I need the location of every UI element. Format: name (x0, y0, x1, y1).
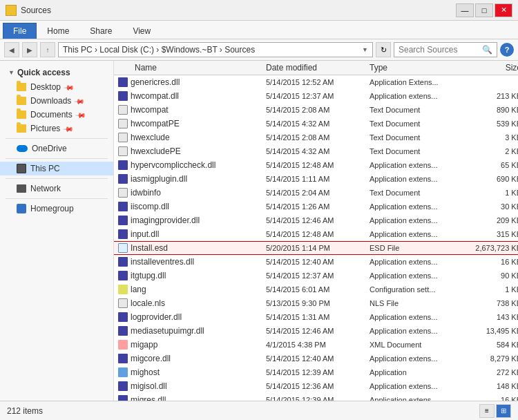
file-name-text: migres.dll (131, 395, 166, 401)
file-name-text: migcore.dll (131, 354, 171, 363)
table-row[interactable]: genericres.dll 5/14/2015 12:52 AM Applic… (114, 75, 518, 89)
file-type-cell: Application extens... (370, 175, 473, 183)
forward-button[interactable]: ▶ (22, 42, 37, 57)
col-header-date[interactable]: Date modified (266, 63, 370, 73)
sidebar-item-label: Desktop (30, 82, 61, 92)
sidebar-section-quick-access[interactable]: ▼ Quick access (0, 65, 113, 80)
file-name-cell: hwcompat.dll (114, 91, 266, 101)
tab-file[interactable]: File (3, 23, 37, 39)
col-header-name[interactable]: Name (114, 63, 266, 73)
table-row[interactable]: mighost 5/14/2015 12:39 AM Application 2… (114, 365, 518, 379)
file-icon (118, 395, 128, 401)
file-date-cell: 5/14/2015 2:04 AM (266, 189, 370, 197)
table-row[interactable]: hwcompat 5/14/2015 2:08 AM Text Document… (114, 103, 518, 117)
sidebar-item-homegroup[interactable]: Homegroup (0, 202, 113, 216)
file-size-cell: 90 KB (473, 271, 518, 280)
search-input[interactable] (399, 45, 482, 55)
file-type-cell: XML Document (370, 341, 473, 349)
col-header-type[interactable]: Type (370, 63, 473, 73)
table-row[interactable]: hwexcludePE 5/14/2015 4:32 AM Text Docum… (114, 144, 518, 158)
table-row[interactable]: hwexclude 5/14/2015 2:08 AM Text Documen… (114, 131, 518, 144)
file-icon (118, 312, 128, 322)
file-type-cell: Application extens... (370, 216, 473, 225)
pin-icon: 📌 (63, 123, 74, 134)
sidebar-item-downloads[interactable]: Downloads 📌 (0, 94, 113, 108)
folder-icon (17, 124, 26, 133)
file-type-cell: Application extens... (370, 382, 473, 390)
table-row[interactable]: migcore.dll 5/14/2015 12:40 AM Applicati… (114, 352, 518, 365)
sidebar-item-documents[interactable]: Documents 📌 (0, 108, 113, 122)
folder-icon (17, 111, 26, 119)
search-icon: 🔍 (482, 45, 492, 55)
table-row[interactable]: logprovider.dll 5/14/2015 1:31 AM Applic… (114, 310, 518, 324)
file-size-cell: 65 KB (473, 161, 518, 169)
table-row[interactable]: Install.esd 5/20/2015 1:14 PM ESD File 2… (114, 241, 518, 255)
file-name-cell: migisol.dll (114, 381, 266, 391)
sidebar-item-onedrive[interactable]: OneDrive (0, 142, 113, 155)
refresh-button[interactable]: ↻ (376, 42, 391, 57)
file-name-cell: genericres.dll (114, 77, 266, 87)
sidebar-item-pictures[interactable]: Pictures 📌 (0, 122, 113, 135)
table-row[interactable]: itgtupg.dll 5/14/2015 12:37 AM Applicati… (114, 269, 518, 283)
grid-view-button[interactable]: ⊞ (496, 404, 511, 418)
file-date-cell: 5/14/2015 12:48 AM (266, 230, 370, 238)
table-row[interactable]: hypervcompliccheck.dll 5/14/2015 12:48 A… (114, 158, 518, 172)
window-title: Sources (21, 6, 51, 15)
minimize-button[interactable]: — (456, 3, 474, 17)
file-icon (118, 243, 128, 253)
tab-view[interactable]: View (122, 23, 161, 39)
file-size-cell: 16 KB (473, 258, 518, 266)
table-row[interactable]: input.dll 5/14/2015 12:48 AM Application… (114, 227, 518, 241)
file-size-cell: 1 KB (473, 189, 518, 197)
quick-access-chevron: ▼ (8, 69, 15, 76)
file-type-cell: ESD File (370, 244, 473, 252)
table-row[interactable]: migapp 4/1/2015 4:38 PM XML Document 584… (114, 338, 518, 352)
file-name-text: itgtupg.dll (131, 271, 166, 280)
up-button[interactable]: ↑ (40, 42, 55, 57)
address-path[interactable]: This PC › Local Disk (C:) › $Windows.~BT… (58, 42, 373, 57)
table-row[interactable]: hwcompat.dll 5/14/2015 12:37 AM Applicat… (114, 89, 518, 103)
maximize-button[interactable]: □ (475, 3, 493, 17)
title-controls: — □ ✕ (456, 3, 512, 17)
address-dropdown-icon[interactable]: ▼ (362, 46, 368, 53)
file-date-cell: 5/14/2015 12:37 AM (266, 92, 370, 100)
back-button[interactable]: ◀ (4, 42, 19, 57)
tab-share[interactable]: Share (79, 23, 122, 39)
table-row[interactable]: lang 5/14/2015 6:01 AM Configuration set… (114, 283, 518, 296)
sidebar-item-label: Homegroup (30, 204, 74, 213)
file-name-cell: migres.dll (114, 395, 266, 401)
table-row[interactable]: mediasetupuimgr.dll 5/14/2015 12:46 AM A… (114, 324, 518, 338)
item-count: 212 items (7, 406, 43, 416)
file-name-text: locale.nls (131, 298, 165, 308)
sidebar-item-thispc[interactable]: This PC (0, 162, 113, 175)
table-row[interactable]: iasmigplugin.dll 5/14/2015 1:11 AM Appli… (114, 172, 518, 186)
file-name-text: genericres.dll (131, 77, 180, 87)
sidebar-item-network[interactable]: Network (0, 182, 113, 195)
file-name-text: iasmigplugin.dll (131, 174, 187, 184)
table-row[interactable]: idwbinfo 5/14/2015 2:04 AM Text Document… (114, 186, 518, 200)
onedrive-icon (17, 145, 28, 152)
file-type-cell: Text Document (370, 106, 473, 114)
list-view-button[interactable]: ≡ (479, 404, 495, 418)
file-name-text: hwexcludePE (131, 146, 181, 156)
table-row[interactable]: locale.nls 5/13/2015 9:30 PM NLS File 73… (114, 296, 518, 310)
table-row[interactable]: installeventres.dll 5/14/2015 12:40 AM A… (114, 255, 518, 269)
tab-home[interactable]: Home (37, 23, 79, 39)
table-row[interactable]: iiscomp.dll 5/14/2015 1:26 AM Applicatio… (114, 200, 518, 213)
table-row[interactable]: migres.dll 5/14/2015 12:39 AM Applicatio… (114, 393, 518, 401)
help-button[interactable]: ? (500, 43, 514, 57)
file-name-cell: migapp (114, 340, 266, 350)
file-size-cell: 1 KB (473, 285, 518, 294)
file-date-cell: 5/14/2015 12:48 AM (266, 161, 370, 169)
table-row[interactable]: migisol.dll 5/14/2015 12:36 AM Applicati… (114, 379, 518, 393)
file-date-cell: 5/14/2015 1:11 AM (266, 175, 370, 183)
file-name-cell: iiscomp.dll (114, 202, 266, 211)
file-icon (118, 77, 128, 87)
file-type-cell: Configuration sett... (370, 285, 473, 294)
sidebar-item-desktop[interactable]: Desktop 📌 (0, 80, 113, 94)
close-button[interactable]: ✕ (495, 3, 512, 17)
table-row[interactable]: imagingprovider.dll 5/14/2015 12:46 AM A… (114, 213, 518, 227)
file-icon (118, 326, 128, 336)
col-header-size[interactable]: Size (473, 63, 518, 73)
table-row[interactable]: hwcompatPE 5/14/2015 4:32 AM Text Docume… (114, 117, 518, 131)
